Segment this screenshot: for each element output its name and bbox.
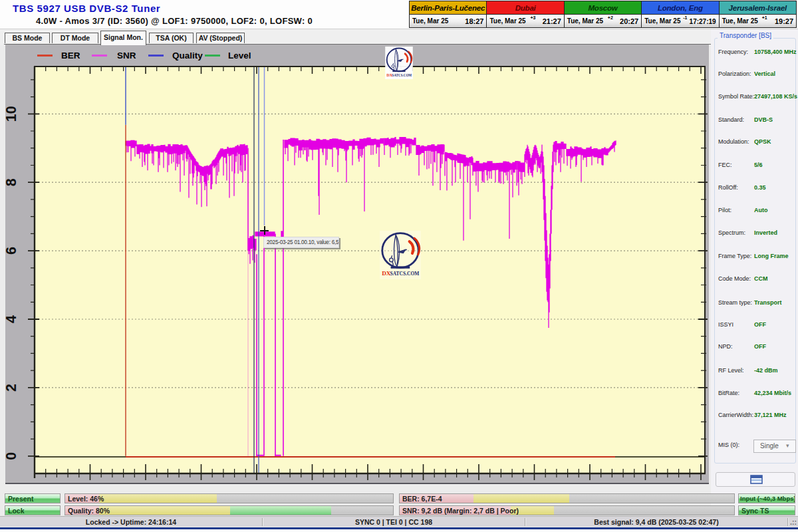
svg-text:2: 2: [3, 384, 19, 392]
svg-text:SATCS.COM: SATCS.COM: [390, 270, 420, 277]
svg-text:DX: DX: [382, 270, 391, 277]
svg-text:SATCS.COM: SATCS.COM: [392, 72, 412, 77]
svg-text:8: 8: [3, 178, 19, 186]
svg-text:0: 0: [3, 452, 19, 460]
svg-text:10: 10: [3, 106, 19, 122]
svg-text:4: 4: [3, 315, 19, 323]
svg-text:6: 6: [3, 247, 19, 255]
